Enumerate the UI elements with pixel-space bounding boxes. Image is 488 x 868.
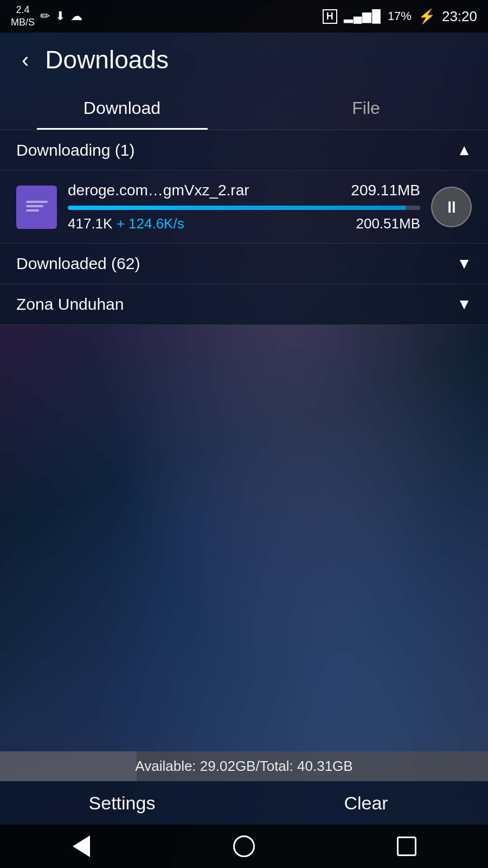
- file-downloaded-size: 200.51MB: [356, 215, 420, 232]
- tab-download[interactable]: Download: [0, 87, 244, 130]
- h-icon: H ↓: [323, 9, 337, 24]
- nav-bar: [0, 825, 488, 868]
- file-info: deroge.com…gmVxz_2.rar 209.11MB 417.1K +…: [68, 182, 420, 232]
- storage-text: Available: 29.02GB/Total: 40.31GB: [135, 758, 352, 775]
- storage-bar: Available: 29.02GB/Total: 40.31GB: [0, 751, 488, 781]
- progress-bar-fill: [68, 206, 406, 210]
- file-icon-line-1: [26, 201, 48, 203]
- status-left: 2.4 MB/S ✏ ⬇ ☁: [11, 4, 82, 29]
- clear-button[interactable]: Clear: [244, 781, 488, 825]
- back-button[interactable]: ‹: [16, 46, 34, 73]
- pause-icon: ⏸: [444, 198, 460, 216]
- status-bar: 2.4 MB/S ✏ ⬇ ☁ H ↓ ▂▄▆█ 17% ⚡ 23:20: [0, 0, 488, 33]
- file-icon-line-2: [26, 205, 43, 207]
- home-circle-icon: [233, 835, 255, 857]
- zona-chevron: ▼: [457, 296, 472, 313]
- file-icon-lines: [26, 201, 48, 214]
- storage-fill: [0, 751, 137, 781]
- file-speed: 417.1K + 124.6K/s: [68, 215, 184, 232]
- downloading-section-header[interactable]: Downloading (1) ▲: [0, 130, 488, 171]
- zona-section-header[interactable]: Zona Unduhan ▼: [0, 284, 488, 325]
- battery-pct: 17%: [388, 9, 412, 23]
- file-total-size: 209.11MB: [351, 182, 420, 199]
- file-speed-base: 417.1K: [68, 215, 112, 232]
- downloaded-section-title: Downloaded (62): [16, 254, 140, 273]
- downloading-chevron: ▲: [457, 142, 472, 159]
- status-right: H ↓ ▂▄▆█ 17% ⚡ 23:20: [323, 8, 477, 25]
- download-item: deroge.com…gmVxz_2.rar 209.11MB 417.1K +…: [0, 171, 488, 244]
- file-speed-rate: + 124.6K/s: [117, 215, 184, 232]
- downloaded-chevron: ▼: [457, 255, 472, 272]
- recents-square-icon: [397, 837, 416, 856]
- signal-icon: ▂▄▆█: [344, 9, 381, 23]
- tabs-container: Download File: [0, 87, 488, 130]
- battery-icon: ⚡: [418, 8, 435, 25]
- download-icon: ⬇: [55, 9, 65, 23]
- page-title: Downloads: [45, 45, 169, 74]
- downloading-section-title: Downloading (1): [16, 141, 134, 159]
- status-speed: 2.4 MB/S: [11, 4, 35, 29]
- progress-bar-container: [68, 206, 420, 210]
- downloaded-section-header[interactable]: Downloaded (62) ▼: [0, 244, 488, 284]
- file-icon: [16, 186, 57, 229]
- file-icon-line-3: [26, 209, 39, 212]
- pause-button[interactable]: ⏸: [431, 187, 472, 227]
- nav-back-button[interactable]: [62, 827, 100, 865]
- tab-file[interactable]: File: [244, 87, 488, 130]
- file-meta-row: 417.1K + 124.6K/s 200.51MB: [68, 215, 420, 232]
- bottom-actions: Settings Clear: [0, 781, 488, 825]
- back-triangle-icon: [73, 835, 90, 857]
- cloud-icon: ☁: [70, 9, 82, 23]
- file-name-row: deroge.com…gmVxz_2.rar 209.11MB: [68, 182, 420, 199]
- settings-button[interactable]: Settings: [0, 781, 244, 825]
- clock: 23:20: [442, 8, 477, 25]
- file-name: deroge.com…gmVxz_2.rar: [68, 182, 249, 199]
- zona-section-title: Zona Unduhan: [16, 295, 124, 314]
- nav-recents-button[interactable]: [388, 827, 426, 865]
- pencil-icon: ✏: [40, 9, 50, 23]
- nav-home-button[interactable]: [225, 827, 263, 865]
- header: ‹ Downloads: [0, 33, 488, 87]
